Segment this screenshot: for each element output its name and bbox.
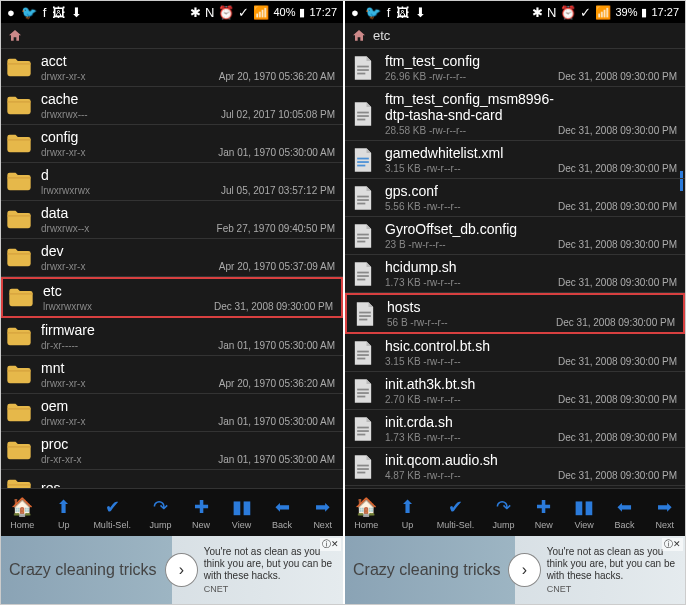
file-row[interactable]: hsic.control.bt.sh3.15 KB -rw-r--r--Dec … [345, 334, 685, 372]
file-name: firmware [41, 322, 218, 338]
file-name: hosts [387, 299, 556, 315]
file-row[interactable]: mntdrwxr-xr-xApr 20, 1970 05:36:20 AM [1, 356, 343, 394]
file-date: Dec 31, 2008 09:30:00 PM [558, 277, 677, 288]
toolbar-next-button[interactable]: ➡Next [312, 496, 334, 530]
toolbar: 🏠Home⬆Up✔Multi-Sel.↷Jump✚New▮▮View⬅Back➡… [1, 488, 343, 536]
file-name: gamedwhitelist.xml [385, 145, 558, 161]
toolbar-next-button[interactable]: ➡Next [654, 496, 676, 530]
ad-arrow-button[interactable]: › [508, 553, 541, 587]
ad-source: CNET [547, 584, 677, 595]
file-row[interactable]: firmwaredr-xr-----Jan 01, 1970 05:30:00 … [1, 318, 343, 356]
file-row[interactable]: gps.conf5.56 KB -rw-r--r--Dec 31, 2008 0… [345, 179, 685, 217]
path-bar[interactable] [1, 23, 343, 49]
toolbar-view-button[interactable]: ▮▮View [231, 496, 253, 530]
file-row[interactable]: res [1, 470, 343, 488]
file-row[interactable]: datadrwxrwx--xFeb 27, 1970 09:40:50 PM [1, 201, 343, 239]
file-row[interactable]: etclrwxrwxrwxDec 31, 2008 09:30:00 PM [1, 277, 343, 318]
svg-rect-10 [357, 199, 369, 201]
toolbar-label: Jump [493, 520, 515, 530]
file-name: init.crda.sh [385, 414, 558, 430]
file-row[interactable]: hcidump.sh1.73 KB -rw-r--r--Dec 31, 2008… [345, 255, 685, 293]
toolbar-up-button[interactable]: ⬆Up [396, 496, 418, 530]
toolbar-multisel-button[interactable]: ✔Multi-Sel. [437, 496, 475, 530]
svg-rect-11 [357, 202, 365, 204]
file-row[interactable]: devdrwxr-xr-xApr 20, 1970 05:37:09 AM [1, 239, 343, 277]
toolbar-home-button[interactable]: 🏠Home [354, 496, 378, 530]
folder-icon [5, 475, 33, 489]
file-row[interactable]: cachedrwxrwx---Jul 02, 2017 10:05:08 PM [1, 87, 343, 125]
file-meta: 4.87 KB -rw-r--r-- [385, 470, 558, 481]
file-row[interactable]: hosts56 B -rw-r--r--Dec 31, 2008 09:30:0… [345, 293, 685, 334]
ad-close-icon[interactable]: ⓘ✕ [662, 538, 683, 551]
toolbar-up-button[interactable]: ⬆Up [53, 496, 75, 530]
toolbar-multisel-button[interactable]: ✔Multi-Sel. [93, 496, 131, 530]
file-date: Dec 31, 2008 09:30:00 PM [558, 201, 677, 212]
status-left-icons: ● 🐦 f 🖼 ⬇ [351, 5, 426, 20]
toolbar-new-button[interactable]: ✚New [533, 496, 555, 530]
file-meta: lrwxrwxrwx [41, 185, 221, 196]
ad-headline: Crazy cleaning tricks [9, 561, 159, 579]
toolbar-back-button[interactable]: ⬅Back [613, 496, 635, 530]
toolbar-new-button[interactable]: ✚New [190, 496, 212, 530]
ad-banner[interactable]: Crazy cleaning tricks › You're not as cl… [345, 536, 685, 604]
file-row[interactable]: procdr-xr-xr-xJan 01, 1970 05:30:00 AM [1, 432, 343, 470]
ad-body-wrap: You're not as clean as you think you are… [547, 546, 677, 595]
file-row[interactable]: ftm_test_config_msm8996-dtp-tasha-snd-ca… [345, 87, 685, 141]
facebook-icon: f [43, 5, 47, 20]
svg-rect-19 [359, 315, 371, 317]
ad-headline: Crazy cleaning tricks [353, 561, 502, 579]
file-meta: drwxr-xr-x [41, 71, 219, 82]
ad-arrow-button[interactable]: › [165, 553, 198, 587]
toolbar-home-button[interactable]: 🏠Home [10, 496, 34, 530]
file-meta: drwxrwx--x [41, 223, 217, 234]
svg-rect-6 [357, 157, 369, 159]
file-row[interactable]: gamedwhitelist.xml3.15 KB -rw-r--r--Dec … [345, 141, 685, 179]
file-row[interactable]: dlrwxrwxrwxJul 05, 2017 03:57:12 PM [1, 163, 343, 201]
file-date: Dec 31, 2008 09:30:00 PM [558, 239, 677, 250]
file-row[interactable]: configdrwxr-xr-xJan 01, 1970 05:30:00 AM [1, 125, 343, 163]
ad-banner[interactable]: Crazy cleaning tricks › You're not as cl… [1, 536, 343, 604]
toolbar-jump-button[interactable]: ↷Jump [149, 496, 171, 530]
file-list-left[interactable]: acctdrwxr-xr-xApr 20, 1970 05:36:20 AMca… [1, 49, 343, 488]
view-icon: ▮▮ [573, 496, 595, 518]
file-row[interactable]: ftm_test_config26.96 KB -rw-r--r--Dec 31… [345, 49, 685, 87]
file-row[interactable]: init.crda.sh1.73 KB -rw-r--r--Dec 31, 20… [345, 410, 685, 448]
file-meta: drwxr-xr-x [41, 378, 219, 389]
file-row[interactable]: oemdrwxr-xr-xJan 01, 1970 05:30:00 AM [1, 394, 343, 432]
file-name: hsic.control.bt.sh [385, 338, 558, 354]
view-icon: ▮▮ [231, 496, 253, 518]
svg-rect-0 [357, 65, 369, 67]
battery-icon: ▮ [641, 6, 647, 19]
file-row[interactable]: init.ath3k.bt.sh2.70 KB -rw-r--r--Dec 31… [345, 372, 685, 410]
file-name: oem [41, 398, 218, 414]
file-row[interactable]: init.qcom.audio.sh4.87 KB -rw-r--r--Dec … [345, 448, 685, 486]
ad-close-icon[interactable]: ⓘ✕ [320, 538, 341, 551]
path-bar[interactable]: etc [345, 23, 685, 49]
toolbar-label: New [192, 520, 210, 530]
file-list-right[interactable]: ftm_test_config26.96 KB -rw-r--r--Dec 31… [345, 49, 685, 488]
file-meta: drwxr-xr-x [41, 416, 218, 427]
toolbar-label: View [232, 520, 251, 530]
file-row[interactable]: GyroOffset_db.config23 B -rw-r--r--Dec 3… [345, 217, 685, 255]
toolbar-label: Home [354, 520, 378, 530]
toolbar-label: Back [272, 520, 292, 530]
file-icon [349, 377, 377, 405]
toolbar-view-button[interactable]: ▮▮View [573, 496, 595, 530]
facebook-icon: f [387, 5, 391, 20]
new-icon: ✚ [190, 496, 212, 518]
file-meta: 1.73 KB -rw-r--r-- [385, 277, 558, 288]
file-meta: dr-xr----- [41, 340, 218, 351]
file-meta: lrwxrwxrwx [43, 301, 214, 312]
file-row[interactable]: acctdrwxr-xr-xApr 20, 1970 05:36:20 AM [1, 49, 343, 87]
toolbar-jump-button[interactable]: ↷Jump [493, 496, 515, 530]
folder-icon [7, 284, 35, 312]
multisel-icon: ✔ [101, 496, 123, 518]
svg-rect-5 [357, 118, 365, 120]
toolbar-label: Next [313, 520, 332, 530]
toolbar-back-button[interactable]: ⬅Back [271, 496, 293, 530]
file-name: d [41, 167, 221, 183]
file-icon [349, 100, 377, 128]
file-name: proc [41, 436, 218, 452]
svg-rect-12 [357, 233, 369, 235]
file-date: Jul 02, 2017 10:05:08 PM [221, 109, 335, 120]
